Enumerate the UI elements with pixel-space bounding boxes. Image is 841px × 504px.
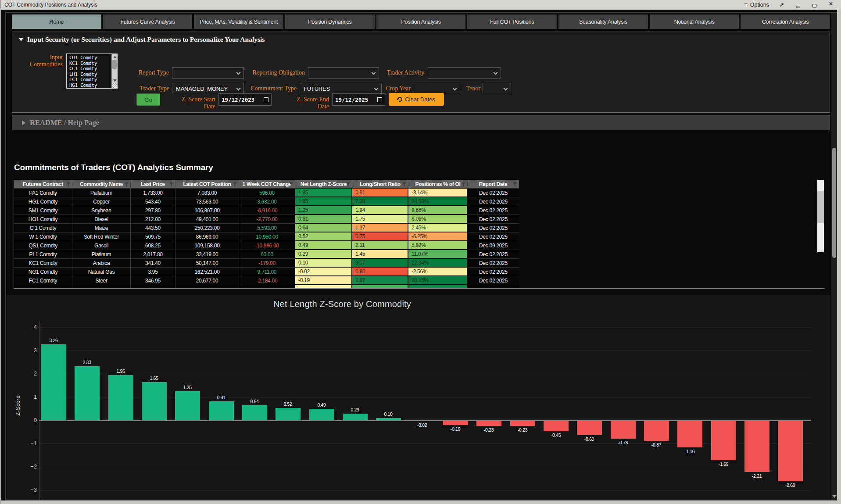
column-header[interactable]: 1 Week COT Change [239, 180, 295, 189]
readme-help-section[interactable]: README / Help Page [12, 115, 830, 130]
restore-icon [812, 4, 816, 7]
column-header-label: Latest COT Position [183, 181, 231, 187]
commodities-listbox[interactable]: CO1 Comdty KC1 Comdty CC1 Comdty LH1 Com… [66, 54, 118, 89]
page-scrollbar[interactable] [831, 13, 837, 500]
cell-futures-contract: NG1 Comdty [14, 268, 72, 276]
report-type-label: Report Type [125, 69, 169, 76]
y-tick-label: −3 [14, 486, 37, 493]
bar-value-label: 1.95 [107, 368, 134, 374]
page-scroll-thumb[interactable] [832, 148, 836, 258]
filter-icon[interactable] [233, 182, 237, 186]
filter-icon[interactable] [402, 182, 406, 186]
calendar-icon[interactable] [264, 97, 268, 102]
cell-commodity-name: Diesel [72, 215, 131, 224]
commitment-type-label: Commitment Type [231, 85, 297, 92]
cell-position-pct-oi: 6.06% [408, 215, 468, 224]
restore-button[interactable] [811, 2, 817, 7]
bar-value-label: -0.45 [543, 433, 569, 438]
column-header[interactable]: Position as % of OI [408, 180, 468, 189]
listbox-scrollbar[interactable] [111, 54, 117, 88]
cell-clipped [295, 285, 352, 288]
filter-icon[interactable] [169, 182, 173, 186]
bar-value-label: -0.63 [576, 436, 602, 442]
bar-value-label: 3.26 [40, 338, 67, 343]
tenor-label: Tenor [445, 85, 480, 92]
resize-grip-icon[interactable] [112, 83, 117, 88]
cell-zscore: 0.10 [295, 259, 352, 268]
table-scrollbar[interactable] [817, 180, 824, 252]
filter-icon[interactable] [66, 182, 70, 186]
tenor-dropdown[interactable] [483, 83, 511, 94]
bar [343, 414, 368, 420]
gridline [39, 327, 811, 328]
zscore-start-date-input[interactable]: 19/12/2023 [218, 93, 272, 106]
report-type-dropdown[interactable] [172, 67, 244, 79]
column-header[interactable]: Net Length Z-Score [295, 180, 352, 189]
filter-icon[interactable] [462, 182, 465, 186]
bar-value-label: 2.33 [74, 360, 100, 365]
y-tick-label: 3 [14, 347, 37, 354]
bar [778, 421, 803, 481]
options-menu[interactable]: Options [744, 1, 769, 8]
column-header[interactable]: Commodity Name [72, 180, 131, 189]
table-row: HG1 ComdtyCopper543.4073,563.003,682.001… [14, 197, 519, 206]
input-parameters-panel: Input Security (or Securities) and Adjus… [12, 32, 830, 113]
tab-home[interactable]: Home [12, 14, 101, 29]
zscore-start-date-value: 19/12/2023 [222, 97, 254, 103]
cell-position-pct-oi: 9.66% [408, 206, 468, 215]
scroll-down-arrow-icon[interactable] [832, 495, 837, 498]
y-axis-line [39, 321, 39, 500]
calendar-icon[interactable] [377, 97, 382, 102]
column-header[interactable]: Report Date [468, 180, 519, 189]
tab-position-analysis[interactable]: Position Analysis [376, 14, 466, 29]
clear-dates-button[interactable]: Clear Dates [389, 93, 444, 106]
zscore-start-date-label: Z_Score Start Date [172, 96, 215, 110]
gridline [39, 350, 811, 351]
table-header-row: Futures ContractCommodity NameLast Price… [14, 180, 519, 189]
column-header[interactable]: Futures Contract [14, 180, 72, 189]
scroll-down-icon[interactable] [113, 79, 117, 82]
minimize-button[interactable] [794, 2, 801, 7]
filter-icon[interactable] [513, 182, 517, 186]
table-scroll-thumb[interactable] [817, 191, 824, 223]
scroll-up-icon[interactable] [113, 56, 117, 58]
bar [142, 382, 167, 420]
input-section-header[interactable]: Input Security (or Securities) and Adjus… [18, 36, 265, 43]
go-button[interactable]: Go [136, 93, 160, 106]
tab-futures-curve-analysis[interactable]: Futures Curve Analysis [103, 14, 193, 29]
cell-week-change: -6,916.00 [239, 206, 295, 215]
listbox-scroll-thumb[interactable] [112, 60, 117, 69]
cell-cot-position: 109,158.00 [175, 241, 239, 250]
column-header[interactable]: Last Price [131, 180, 175, 189]
cell-futures-contract: HO1 Comdty [14, 215, 72, 224]
cell-clipped [408, 285, 468, 288]
table-bottom-edge [14, 288, 824, 289]
tab-position-dynamics[interactable]: Position Dynamics [285, 14, 375, 29]
column-header[interactable]: Latest COT Position [175, 180, 239, 189]
cell-long-short-ratio: 1.94 [352, 206, 408, 215]
window-frame-right [837, 10, 841, 504]
filter-icon[interactable] [125, 182, 129, 186]
refresh-icon [397, 96, 403, 102]
cell-report-date: Dec 02 2025 [468, 206, 519, 215]
zscore-end-date-input[interactable]: 19/12/2025 [332, 93, 385, 106]
filter-icon[interactable] [346, 182, 350, 186]
trader-type-label: Trader Type [125, 85, 169, 92]
tab-correlation-analysis[interactable]: Correlation Analysis [741, 14, 830, 29]
zscore-end-date-label: Z_Score End Date [285, 96, 329, 110]
popout-arrow-icon[interactable] [780, 2, 784, 8]
cell-commodity-name: Copper [72, 197, 131, 206]
bar-value-label: -0.87 [643, 442, 669, 447]
tab-price-mas-volatility-sentiment[interactable]: Price, MAs, Volatility & Sentiment [194, 14, 283, 29]
cell-futures-contract: PA1 Comdty [14, 189, 72, 197]
column-header-label: 1 Week COT Change [242, 181, 291, 187]
tab-seasonality-analysis[interactable]: Seasonality Analysis [558, 14, 648, 29]
trader-activity-dropdown[interactable] [428, 67, 501, 79]
tab-notional-analysis[interactable]: Notional Analysis [650, 14, 739, 29]
cell-week-change: 3,682.00 [239, 197, 295, 206]
commodities-list[interactable]: CO1 Comdty KC1 Comdty CC1 Comdty LH1 Com… [67, 54, 111, 88]
input-section-title: Input Security (or Securities) and Adjus… [27, 36, 265, 43]
column-header[interactable]: Long/Short Ratio [352, 180, 408, 189]
tab-full-cot-positions[interactable]: Full COT Positions [467, 14, 557, 29]
close-button[interactable] [828, 2, 834, 7]
